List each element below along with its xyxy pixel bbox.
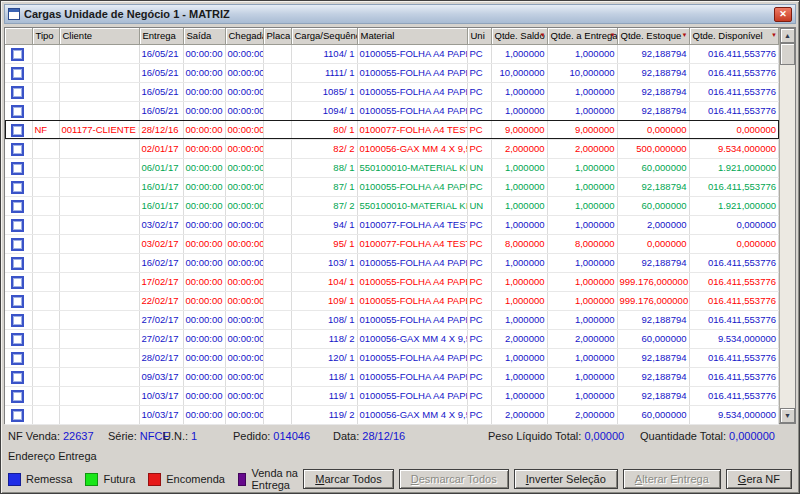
row-checkbox[interactable] [11,181,24,194]
cell-chegada: 00:00:00 [225,310,263,329]
cell-placa [263,291,291,310]
cell-a_entregar: 1,000000 [547,253,617,272]
cell-uni: PC [467,291,491,310]
table-row[interactable]: 28/02/1700:00:0000:00:00120/ 10100055-FO… [5,348,779,367]
cell-cliente [59,215,139,234]
cell-placa [263,234,291,253]
header-entrega[interactable]: Entrega [139,28,183,44]
table-row[interactable]: 10/03/1700:00:0000:00:00119/ 20100056-GA… [5,405,779,424]
row-checkbox[interactable] [11,352,24,365]
row-checkbox[interactable] [11,105,24,118]
table-row[interactable]: 16/05/2100:00:0000:00:001085/ 10100055-F… [5,82,779,101]
table-row[interactable]: 22/02/1700:00:0000:00:00109/ 10100055-FO… [5,291,779,310]
table-row[interactable]: 16/01/1700:00:0000:00:0087/ 2550100010-M… [5,196,779,215]
row-checkbox[interactable] [11,86,24,99]
un-label: U.N.: [163,430,188,442]
row-checkbox[interactable] [11,67,24,80]
table-row[interactable]: 10/03/1700:00:0000:00:00119/ 10100055-FO… [5,386,779,405]
legend-label: Futura [103,473,135,485]
cell-tipo [32,329,59,348]
window-title: Cargas Unidade de Negócio 1 - MATRIZ [24,8,770,20]
row-checkbox[interactable] [11,48,24,61]
header-chegada[interactable]: Chegada [225,28,263,44]
scroll-track[interactable] [780,65,795,408]
table-row[interactable]: 03/02/1700:00:0000:00:0095/ 10100077-FOL… [5,234,779,253]
row-checkbox[interactable] [11,276,24,289]
cell-disponivel: 016.411,553776 [689,253,779,272]
row-checkbox[interactable] [11,390,24,403]
header-tipo[interactable]: Tipo [32,28,59,44]
cell-cliente [59,101,139,120]
cell-entrega: 27/02/17 [139,310,183,329]
cell-saida: 00:00:00 [183,386,225,405]
row-checkbox[interactable] [11,143,24,156]
row-checkbox[interactable] [11,219,24,232]
table-row[interactable]: 09/03/1700:00:0000:00:00118/ 10100055-FO… [5,367,779,386]
header-uni[interactable]: Uni [467,28,491,44]
inverter-selecao-button[interactable]: Inverter Seleção [514,469,618,489]
table-row[interactable]: 27/02/1700:00:0000:00:00118/ 20100056-GA… [5,329,779,348]
cell-carga: 103/ 1 [291,253,357,272]
cell-carga: 118/ 2 [291,329,357,348]
cell-saldo: 1,000000 [491,196,547,215]
table-row[interactable]: 17/02/1700:00:0000:00:00104/ 10100055-FO… [5,272,779,291]
cell-entrega: 17/02/17 [139,272,183,291]
table-row[interactable]: 16/05/2100:00:0000:00:001104/ 10100055-F… [5,44,779,63]
cell-placa [263,120,291,139]
header-placa[interactable]: Placa [263,28,291,44]
header-qtde-estoque[interactable]: Qtde. Estoque▼ [617,28,689,44]
cell-carga: 80/ 1 [291,120,357,139]
cell-disponivel: 016.411,553776 [689,101,779,120]
row-checkbox[interactable] [11,333,24,346]
row-checkbox[interactable] [11,257,24,270]
cell-chegada: 00:00:00 [225,272,263,291]
cell-saida: 00:00:00 [183,158,225,177]
row-checkbox[interactable] [11,314,24,327]
table-row[interactable]: 16/02/1700:00:0000:00:00103/ 10100055-FO… [5,253,779,272]
cell-estoque: 92,188794 [617,253,689,272]
row-checkbox[interactable] [11,162,24,175]
cell-saldo: 2,000000 [491,405,547,424]
alterar-entrega-button: Alterar Entrega [623,469,721,489]
close-button[interactable]: ✕ [774,7,792,22]
table-row[interactable]: 16/05/2100:00:0000:00:001094/ 10100055-F… [5,101,779,120]
cell-uni: UN [467,158,491,177]
table-row[interactable]: 16/05/2100:00:0000:00:001111/ 10100055-F… [5,63,779,82]
cell-disponivel: 0,000000 [689,234,779,253]
table-row[interactable]: 27/02/1700:00:0000:00:00108/ 10100055-FO… [5,310,779,329]
row-checkbox[interactable] [11,238,24,251]
header-qtde-saldo[interactable]: Qtde. Saldo▼ [491,28,547,44]
data-label: Data: [333,430,359,442]
cell-placa [263,215,291,234]
cell-saldo: 1,000000 [491,291,547,310]
row-checkbox[interactable] [11,200,24,213]
row-checkbox[interactable] [11,371,24,384]
gera-nf-button[interactable]: Gera NF [726,469,792,489]
scroll-thumb[interactable] [780,43,795,65]
table-row[interactable]: 02/01/1700:00:0000:00:0082/ 20100056-GAX… [5,139,779,158]
header-qtde-disponivel[interactable]: Qtde. Disponível▼ [689,28,779,44]
header-cliente[interactable]: Cliente [59,28,139,44]
marcar-todos-button[interactable]: Marcar Todos [303,469,393,489]
cell-saldo: 1,000000 [491,215,547,234]
cell-chegada: 00:00:00 [225,158,263,177]
table-row[interactable]: 03/02/1700:00:0000:00:0094/ 10100077-FOL… [5,215,779,234]
scroll-up-button[interactable]: ▲ [780,28,795,43]
row-checkbox[interactable] [11,124,24,137]
title-bar[interactable]: Cargas Unidade de Negócio 1 - MATRIZ ✕ [4,4,796,24]
header-saida[interactable]: Saída [183,28,225,44]
cell-saida: 00:00:00 [183,405,225,424]
row-checkbox[interactable] [11,295,24,308]
cell-material: 550100010-MATERIAL KIT COM [357,158,467,177]
header-material[interactable]: Material [357,28,467,44]
vertical-scrollbar[interactable]: ▲ ▼ [779,28,795,423]
cell-estoque: 0,000000 [617,234,689,253]
row-checkbox[interactable] [11,409,24,422]
table-row[interactable]: 16/01/1700:00:0000:00:0087/ 10100055-FOL… [5,177,779,196]
table-row[interactable]: NF001177-CLIENTE PADRÃ28/12/1600:00:0000… [5,120,779,139]
cell-uni: PC [467,329,491,348]
scroll-down-button[interactable]: ▼ [780,408,795,423]
header-carga-sequencia[interactable]: Carga/Sequência [291,28,357,44]
table-row[interactable]: 06/01/1700:00:0000:00:0088/ 1550100010-M… [5,158,779,177]
header-qtde-a-entregar[interactable]: Qtde. a Entregar▼ [547,28,617,44]
